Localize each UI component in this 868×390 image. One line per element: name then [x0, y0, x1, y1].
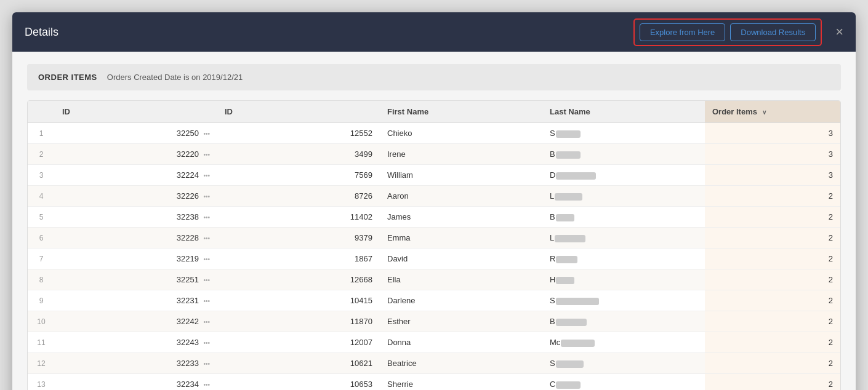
cell-id2: 11870	[217, 311, 380, 332]
header-actions-group: Explore from Here Download Results	[633, 18, 822, 46]
table-row: 2 32220 ••• 3499 Irene B 3	[28, 144, 840, 165]
col-header-rownum	[28, 101, 55, 123]
cell-firstname: Aaron	[380, 186, 542, 207]
table-row: 9 32231 ••• 10415 Darlene S 2	[28, 290, 840, 311]
cell-id1: 32238 •••	[55, 207, 217, 228]
cell-orderitems: 2	[705, 186, 840, 207]
dots-icon[interactable]: •••	[203, 193, 210, 200]
dots-icon[interactable]: •••	[203, 340, 210, 346]
cell-lastname: B	[542, 207, 705, 228]
cell-rownum: 12	[28, 353, 55, 374]
section-description: Orders Created Date is on 2019/12/21	[107, 73, 243, 82]
sort-icon: ∨	[762, 109, 766, 116]
cell-id2: 12552	[217, 123, 380, 144]
table-row: 11 32243 ••• 12007 Donna Mc 2	[28, 332, 840, 353]
table-row: 12 32233 ••• 10621 Beatrice S 2	[28, 353, 840, 374]
close-button[interactable]: ×	[835, 25, 843, 39]
cell-firstname: Beatrice	[380, 353, 542, 374]
cell-lastname: Mc	[542, 332, 705, 353]
table-row: 13 32234 ••• 10653 Sherrie C 2	[28, 374, 840, 391]
cell-lastname: B	[542, 311, 705, 332]
cell-lastname: S	[542, 353, 705, 374]
cell-firstname: Esther	[380, 311, 542, 332]
cell-firstname: Irene	[380, 144, 542, 165]
dots-icon[interactable]: •••	[203, 130, 210, 137]
cell-rownum: 3	[28, 165, 55, 186]
cell-id2: 10653	[217, 374, 380, 391]
cell-orderitems: 3	[705, 144, 840, 165]
cell-rownum: 6	[28, 228, 55, 249]
cell-orderitems: 2	[705, 228, 840, 249]
cell-rownum: 2	[28, 144, 55, 165]
dots-icon[interactable]: •••	[203, 381, 210, 388]
cell-id1: 32231 •••	[55, 290, 217, 311]
cell-lastname: S	[542, 123, 705, 144]
cell-firstname: William	[380, 165, 542, 186]
cell-rownum: 8	[28, 269, 55, 290]
dots-icon[interactable]: •••	[203, 277, 210, 284]
table-row: 7 32219 ••• 1867 David R 2	[28, 249, 840, 269]
cell-id2: 3499	[217, 144, 380, 165]
section-label: ORDER ITEMS	[38, 73, 97, 82]
col-header-lastname[interactable]: Last Name	[542, 101, 705, 123]
modal-header: Details Explore from Here Download Resul…	[12, 12, 856, 52]
dots-icon[interactable]: •••	[203, 151, 210, 158]
header-row: ID ID First Name Last Name Order Items ∨	[28, 101, 840, 123]
section-header: ORDER ITEMS Orders Created Date is on 20…	[27, 64, 841, 90]
cell-orderitems: 2	[705, 311, 840, 332]
cell-id1: 32219 •••	[55, 249, 217, 269]
explore-from-here-button[interactable]: Explore from Here	[640, 23, 725, 41]
cell-lastname: B	[542, 144, 705, 165]
cell-rownum: 7	[28, 249, 55, 269]
cell-id1: 32234 •••	[55, 374, 217, 391]
cell-firstname: Donna	[380, 332, 542, 353]
cell-id2: 12668	[217, 269, 380, 290]
dots-icon[interactable]: •••	[203, 319, 210, 325]
data-table-container: ID ID First Name Last Name Order Items ∨…	[27, 100, 841, 390]
cell-id1: 32220 •••	[55, 144, 217, 165]
col-header-orderitems[interactable]: Order Items ∨	[705, 101, 840, 123]
dots-icon[interactable]: •••	[203, 214, 210, 221]
dots-icon[interactable]: •••	[203, 360, 210, 367]
download-results-button[interactable]: Download Results	[730, 23, 816, 41]
cell-id1: 32226 •••	[55, 186, 217, 207]
cell-id2: 10415	[217, 290, 380, 311]
cell-orderitems: 2	[705, 374, 840, 391]
cell-rownum: 10	[28, 311, 55, 332]
dots-icon[interactable]: •••	[203, 256, 210, 263]
cell-lastname: L	[542, 228, 705, 249]
cell-rownum: 4	[28, 186, 55, 207]
cell-id2: 9379	[217, 228, 380, 249]
cell-rownum: 9	[28, 290, 55, 311]
cell-id2: 10621	[217, 353, 380, 374]
dots-icon[interactable]: •••	[203, 172, 210, 179]
table-row: 1 32250 ••• 12552 Chieko S 3	[28, 123, 840, 144]
dots-icon[interactable]: •••	[203, 235, 210, 242]
cell-id1: 32233 •••	[55, 353, 217, 374]
col-header-id2[interactable]: ID	[217, 101, 380, 123]
table-header: ID ID First Name Last Name Order Items ∨	[28, 101, 840, 123]
cell-rownum: 5	[28, 207, 55, 228]
cell-orderitems: 2	[705, 332, 840, 353]
cell-id2: 12007	[217, 332, 380, 353]
cell-lastname: R	[542, 249, 705, 269]
cell-lastname: S	[542, 290, 705, 311]
cell-lastname: C	[542, 374, 705, 391]
cell-orderitems: 2	[705, 290, 840, 311]
modal-title: Details	[25, 26, 58, 39]
cell-orderitems: 2	[705, 249, 840, 269]
cell-id1: 32228 •••	[55, 228, 217, 249]
cell-id1: 32250 •••	[55, 123, 217, 144]
details-modal: Details Explore from Here Download Resul…	[12, 12, 856, 390]
dots-icon[interactable]: •••	[203, 298, 210, 304]
col-header-id1[interactable]: ID	[55, 101, 217, 123]
cell-orderitems: 3	[705, 123, 840, 144]
cell-firstname: Sherrie	[380, 374, 542, 391]
table-row: 5 32238 ••• 11402 James B 2	[28, 207, 840, 228]
cell-id1: 32224 •••	[55, 165, 217, 186]
cell-lastname: D	[542, 165, 705, 186]
cell-lastname: H	[542, 269, 705, 290]
cell-rownum: 13	[28, 374, 55, 391]
col-header-firstname[interactable]: First Name	[380, 101, 542, 123]
cell-firstname: Chieko	[380, 123, 542, 144]
